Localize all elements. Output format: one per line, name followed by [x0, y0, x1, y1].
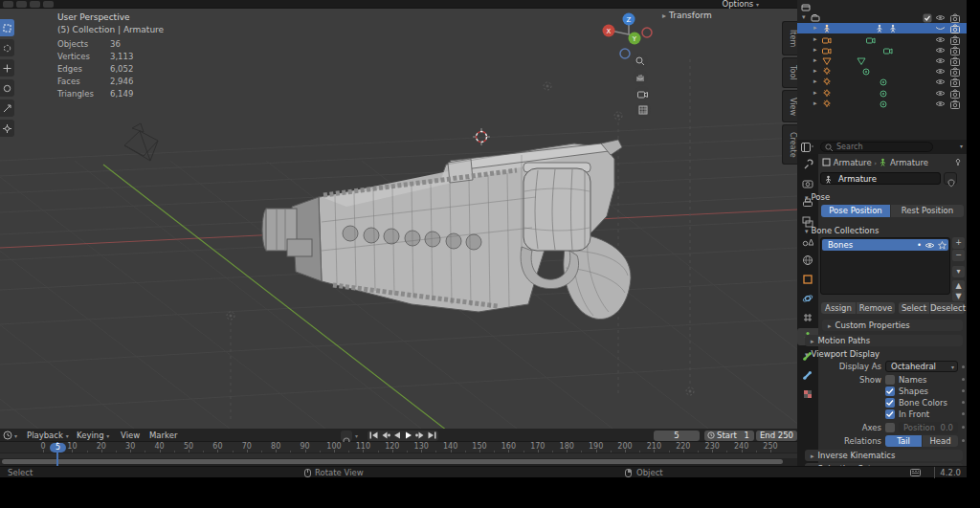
- play-button[interactable]: [405, 431, 412, 439]
- outliner-row-collection[interactable]: ▾: [797, 12, 967, 23]
- frame-start-field[interactable]: Start 1: [704, 431, 754, 441]
- transform-panel-header[interactable]: ▸Transform: [662, 11, 712, 20]
- outliner-row-point-002[interactable]: ▸: [797, 88, 967, 99]
- expand-chevron-icon[interactable]: ▸: [813, 23, 817, 33]
- move-tool[interactable]: [0, 59, 14, 77]
- sidebar-tab-tool[interactable]: Tool: [782, 57, 797, 88]
- axis-z[interactable]: Z: [623, 13, 635, 26]
- select-box-tool[interactable]: [0, 19, 14, 36]
- disable-render-camera-icon[interactable]: [950, 56, 960, 66]
- expand-chevron-icon[interactable]: ▸: [813, 34, 817, 45]
- pose-section-header[interactable]: ▾Pose: [805, 192, 830, 202]
- deselect-button[interactable]: Deselect: [930, 302, 965, 314]
- solo-star-icon[interactable]: [938, 241, 947, 250]
- breadcrumb-object[interactable]: Armature: [834, 158, 872, 167]
- hide-viewport-eye-icon[interactable]: [935, 77, 946, 86]
- scale-tool[interactable]: [0, 99, 14, 117]
- revolver-model[interactable]: [262, 140, 631, 320]
- tab-constraints[interactable]: [797, 309, 818, 326]
- sidebar-tab-view[interactable]: View: [782, 90, 797, 122]
- armature-name-field[interactable]: Armature: [820, 172, 941, 185]
- move-down-button[interactable]: ▼: [952, 291, 965, 301]
- sidebar-tab-item[interactable]: Item: [782, 21, 797, 55]
- visibility-eye-icon[interactable]: [924, 241, 935, 250]
- rotate-tool[interactable]: [0, 79, 14, 97]
- options-menu[interactable]: Options ▾: [722, 0, 759, 9]
- viewport-3d[interactable]: Options ▾ User Perspective (5) Collectio…: [0, 0, 797, 429]
- remove-collection-button[interactable]: −: [952, 250, 965, 261]
- expand-chevron-icon[interactable]: ▸: [813, 99, 817, 109]
- disable-render-camera-icon[interactable]: [950, 24, 960, 33]
- navigation-gizmo[interactable]: X Z Y: [593, 8, 660, 67]
- outliner-row-point-003[interactable]: ▸: [797, 99, 967, 109]
- outliner-row-point-001[interactable]: ▸: [797, 77, 967, 87]
- editor-dropdown-icon[interactable]: ▾: [14, 432, 17, 439]
- transform-tool[interactable]: [0, 120, 14, 137]
- camera-view-button[interactable]: [635, 86, 650, 101]
- disable-render-camera-icon[interactable]: [950, 35, 960, 45]
- zoom-button[interactable]: [633, 54, 648, 69]
- specials-menu-button[interactable]: ▾: [952, 266, 965, 277]
- disable-render-camera-icon[interactable]: [950, 13, 960, 23]
- checkbox-axes[interactable]: [885, 423, 895, 432]
- menu-keying[interactable]: Keying ▾: [77, 429, 109, 443]
- expand-chevron-icon[interactable]: ▸: [813, 45, 817, 55]
- bone-collections-section-header[interactable]: ▾Bone Collections: [805, 226, 879, 235]
- custom-properties-panel[interactable]: ▸Custom Properties: [822, 320, 963, 331]
- menu-view[interactable]: View: [121, 429, 140, 442]
- prev-keyframe-button[interactable]: [381, 431, 390, 439]
- collection-checkbox-icon[interactable]: [923, 13, 932, 23]
- next-keyframe-button[interactable]: [415, 431, 425, 439]
- keying-dropdown-icon[interactable]: ▾: [355, 432, 358, 439]
- hide-viewport-eye-icon[interactable]: [935, 13, 946, 22]
- hide-viewport-eye-icon[interactable]: [935, 67, 946, 76]
- disable-render-camera-icon[interactable]: [950, 89, 960, 99]
- outliner-row-camera[interactable]: ▸: [797, 34, 967, 45]
- hide-viewport-eye-icon[interactable]: [935, 56, 946, 65]
- menu-playback[interactable]: Playback ▾: [27, 429, 69, 443]
- bone-collection-item[interactable]: Bones •: [822, 239, 948, 251]
- tab-object[interactable]: [797, 271, 818, 288]
- motion-paths-panel[interactable]: ▸Motion Paths: [805, 335, 963, 346]
- axis-neg-z[interactable]: [620, 49, 630, 58]
- axis-y[interactable]: Y: [629, 33, 641, 45]
- breadcrumb-data[interactable]: Armature: [890, 158, 928, 167]
- disable-render-camera-icon[interactable]: [950, 99, 960, 109]
- overlay-icon[interactable]: [43, 1, 54, 8]
- outliner-row-cube[interactable]: ▸: [797, 55, 967, 66]
- hide-viewport-eye-closed-icon[interactable]: [935, 24, 946, 33]
- hide-viewport-eye-icon[interactable]: [935, 99, 946, 108]
- pan-hand-button[interactable]: [633, 70, 648, 85]
- mode-selector-icon[interactable]: [16, 1, 27, 8]
- search-input[interactable]: Search: [820, 142, 933, 152]
- axes-position-field[interactable]: Position 0.0: [899, 422, 958, 433]
- rest-position-button[interactable]: Rest Position: [891, 205, 964, 217]
- checkbox-in-front[interactable]: [885, 409, 895, 419]
- jump-to-end-button[interactable]: [428, 431, 436, 439]
- properties-editor-icon[interactable]: [801, 143, 813, 152]
- axis-x[interactable]: X: [603, 25, 615, 37]
- pose-position-button[interactable]: Pose Position: [821, 205, 890, 217]
- camera-object-wireframe[interactable]: [124, 123, 158, 161]
- add-collection-button[interactable]: +: [952, 237, 965, 249]
- outliner-row-scene collection[interactable]: [797, 2, 967, 12]
- outliner-row-camera-001[interactable]: ▸: [797, 45, 967, 55]
- tab-physics[interactable]: [797, 290, 818, 307]
- sidebar-tab-create[interactable]: Create: [782, 124, 797, 165]
- fake-user-button[interactable]: [944, 172, 957, 185]
- cursor-tool[interactable]: [0, 39, 14, 56]
- ortho-toggle-button[interactable]: [635, 102, 651, 118]
- checkbox-bone-colors[interactable]: [885, 398, 895, 408]
- editor-type-icon[interactable]: [3, 1, 13, 8]
- inverse-kinematics-panel[interactable]: ▸Inverse Kinematics: [805, 450, 963, 461]
- timeline-ruler[interactable]: 0102030405060708090100110120130140150160…: [0, 442, 797, 453]
- assign-button[interactable]: Assign: [821, 302, 856, 314]
- hide-viewport-eye-icon[interactable]: [935, 89, 946, 98]
- jump-to-start-button[interactable]: [369, 431, 378, 439]
- hide-viewport-eye-icon[interactable]: [935, 46, 946, 55]
- disable-render-camera-icon[interactable]: [950, 67, 960, 77]
- select-button[interactable]: Select: [899, 302, 929, 314]
- current-frame-field[interactable]: 5: [654, 431, 700, 441]
- tab-bone-constraint[interactable]: [797, 366, 818, 384]
- current-frame-indicator[interactable]: 5: [50, 443, 66, 453]
